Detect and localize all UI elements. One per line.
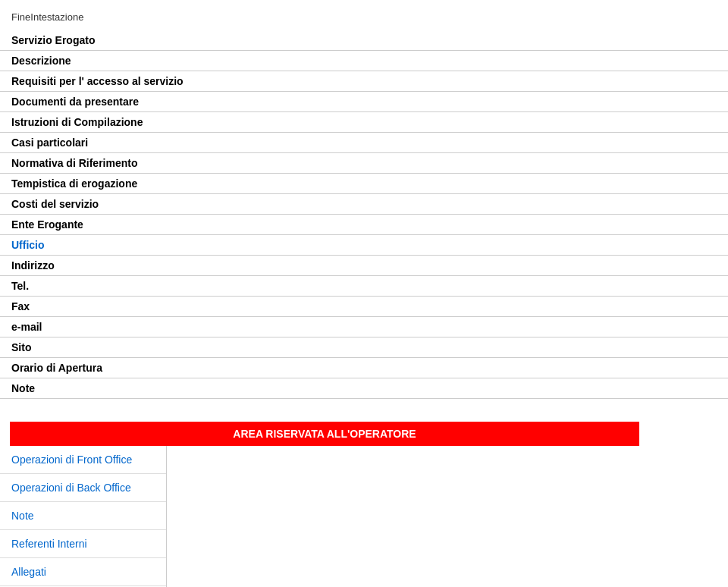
field-sito: Sito [0, 337, 728, 358]
field-indirizzo: Indirizzo [0, 256, 728, 276]
sidebar-item-allegati[interactable]: Allegati [0, 558, 166, 586]
field-ufficio[interactable]: Ufficio [0, 235, 728, 256]
operator-content [167, 446, 728, 587]
sidebar-item-referenti[interactable]: Referenti Interni [0, 530, 166, 558]
field-email: e-mail [0, 317, 728, 337]
field-fax: Fax [0, 297, 728, 317]
header-section: FineIntestazione [0, 8, 728, 30]
field-servizio-erogato: Servizio Erogato [0, 30, 728, 51]
field-link-ufficio[interactable]: Ufficio [11, 239, 45, 251]
field-descrizione: Descrizione [0, 51, 728, 71]
field-istruzioni: Istruzioni di Compilazione [0, 112, 728, 133]
field-ente-erogante: Ente Erogante [0, 215, 728, 235]
field-casi: Casi particolari [0, 133, 728, 153]
field-normativa: Normativa di Riferimento [0, 153, 728, 174]
field-tel: Tel. [0, 276, 728, 297]
field-requisiti: Requisiti per l' accesso al servizio [0, 71, 728, 92]
sidebar-item-front-office[interactable]: Operazioni di Front Office [0, 446, 166, 474]
field-note-fields: Note [0, 378, 728, 399]
fine-intestazione-label: FineIntestazione [11, 11, 83, 23]
operator-sidebar: Operazioni di Front OfficeOperazioni di … [0, 446, 167, 587]
sidebar-item-note[interactable]: Note [0, 502, 166, 530]
page-container: FineIntestazione Servizio ErogatoDescriz… [0, 0, 728, 587]
area-riservata-banner: AREA RISERVATA ALL'OPERATORE [10, 422, 639, 446]
field-documenti: Documenti da presentare [0, 92, 728, 112]
fields-table: Servizio ErogatoDescrizioneRequisiti per… [0, 30, 728, 399]
operator-section: Operazioni di Front OfficeOperazioni di … [0, 446, 728, 587]
sidebar-item-back-office[interactable]: Operazioni di Back Office [0, 474, 166, 502]
field-orario: Orario di Apertura [0, 358, 728, 378]
field-costi: Costi del servizio [0, 194, 728, 215]
field-tempistica: Tempistica di erogazione [0, 174, 728, 194]
